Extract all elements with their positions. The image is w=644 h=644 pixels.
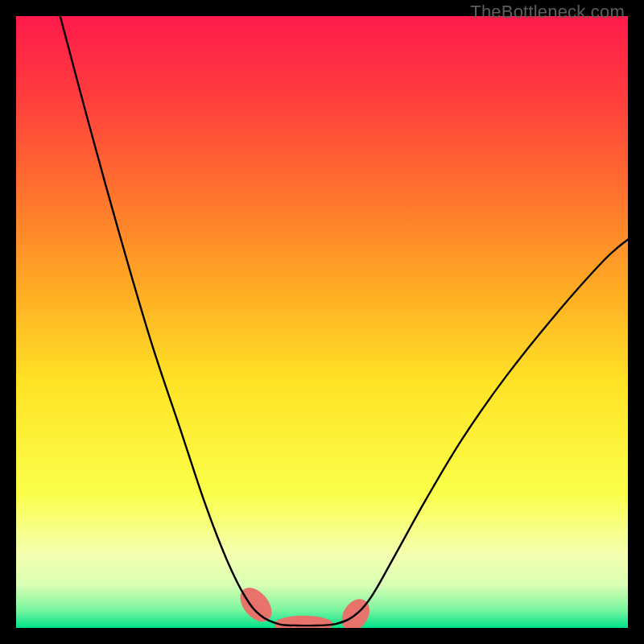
chart-frame — [16, 16, 628, 628]
watermark-text: TheBottleneck.com — [470, 2, 625, 23]
bottleneck-chart — [16, 16, 628, 628]
gradient-background — [16, 16, 628, 628]
